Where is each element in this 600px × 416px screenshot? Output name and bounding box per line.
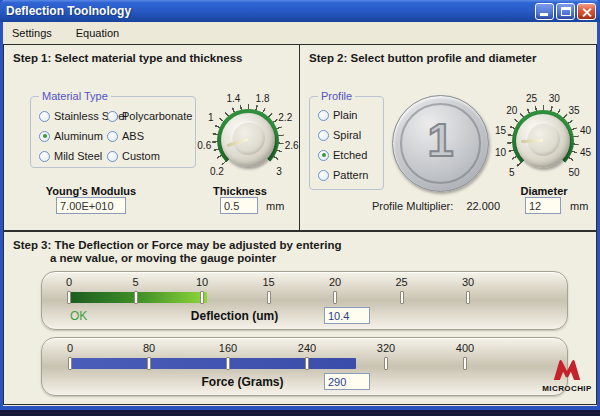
microchip-m-icon: [552, 359, 582, 381]
gauge-tick-label: 0: [67, 342, 73, 354]
step2-panel: Step 2: Select button profile and diamet…: [299, 44, 597, 231]
maximize-icon: [561, 7, 571, 16]
minimize-icon: [540, 13, 548, 16]
gauge-tick-label: 160: [219, 342, 237, 354]
radio-pattern[interactable]: Pattern: [318, 169, 368, 181]
gauge-tick-label: 320: [377, 342, 395, 354]
knob-scale-label: 50: [569, 167, 580, 178]
radio-icon: [107, 151, 118, 162]
radio-aluminum[interactable]: Aluminum: [39, 130, 103, 142]
diameter-input[interactable]: [525, 197, 561, 214]
step1-header: Step 1: Select material type and thickne…: [13, 52, 242, 64]
gauge-tick-label: 30: [462, 276, 474, 288]
menu-equation[interactable]: Equation: [76, 27, 119, 39]
radio-polycarbonate[interactable]: Polycarbonate: [107, 110, 192, 122]
knob-scale-label: 0.6: [197, 139, 211, 150]
radio-custom[interactable]: Custom: [107, 150, 160, 162]
knob-scale-label: 5: [509, 167, 515, 178]
knob-scale-label: 10: [495, 147, 506, 158]
deflection-bar[interactable]: [69, 292, 207, 303]
diameter-label: Diameter: [504, 185, 584, 197]
diameter-unit: mm: [570, 200, 588, 212]
youngs-modulus-label: Young's Modulus: [31, 185, 151, 197]
thickness-knob[interactable]: 0.20.611.41.82.22.63: [198, 90, 298, 190]
step3-panel: Step 3: The Deflection or Force may be a…: [3, 231, 597, 405]
gauge-tick-mark: [267, 291, 271, 304]
thickness-unit: mm: [266, 200, 284, 212]
knob-scale-label: 35: [569, 104, 580, 115]
knob-scale-label: 1.8: [256, 93, 270, 104]
knob-scale-label: 15: [495, 124, 506, 135]
knob-scale-label: 1.4: [227, 93, 241, 104]
button-number: 1: [393, 112, 488, 167]
force-gauge-label: Force (Grams): [170, 375, 315, 389]
radio-icon: [107, 131, 118, 142]
material-type-group: Material Type Stainless Steel Polycarbon…: [30, 96, 196, 168]
youngs-modulus-input[interactable]: [56, 197, 126, 214]
thickness-label: Thickness: [200, 185, 280, 197]
gauge-tick-label: 80: [143, 342, 155, 354]
window-controls: [533, 3, 596, 20]
knob-scale-label: 20: [506, 104, 517, 115]
gauge-tick-label: 10: [196, 276, 208, 288]
gauge-tick-label: 15: [262, 276, 274, 288]
step3-header-line1: Step 3: The Deflection or Force may be a…: [13, 239, 341, 251]
minimize-button[interactable]: [535, 3, 554, 20]
close-button[interactable]: [577, 3, 596, 20]
gauge-tick-label: 5: [132, 276, 138, 288]
deflection-gauge-label: Deflection (um): [162, 309, 307, 323]
maximize-button[interactable]: [556, 3, 575, 20]
gauge-tick-mark: [384, 357, 388, 370]
menu-settings[interactable]: Settings: [12, 27, 52, 39]
deflection-gauge[interactable]: OK Deflection (um) 051015202530: [41, 271, 568, 330]
gauge-tick-label: 400: [456, 342, 474, 354]
deflection-input[interactable]: [324, 307, 370, 324]
profile-multiplier-label: Profile Multiplier:: [372, 200, 453, 212]
radio-plain[interactable]: Plain: [318, 109, 357, 121]
gauge-tick-mark: [466, 291, 470, 304]
gauge-tick-mark: [463, 357, 467, 370]
radio-icon: [318, 170, 329, 181]
profile-multiplier-value: 22.000: [466, 200, 500, 212]
title-bar: Deflection Toolnology: [0, 0, 600, 22]
taskbar-sliver: [0, 410, 600, 416]
force-gauge[interactable]: Force (Grams) 080160240320400: [41, 337, 568, 396]
knob-scale-label: 40: [580, 124, 591, 135]
radio-abs[interactable]: ABS: [107, 130, 144, 142]
knob-scale-label: 25: [526, 93, 537, 104]
material-type-group-label: Material Type: [39, 90, 111, 102]
knob-scale-label: 2.6: [285, 139, 299, 150]
knob-scale-label: 2.2: [278, 111, 292, 122]
knob-scale-label: 1: [208, 111, 214, 122]
diameter-knob[interactable]: 5101520253035404550: [493, 91, 593, 191]
step2-header: Step 2: Select button profile and diamet…: [309, 52, 536, 64]
knob-scale-label: 3: [276, 166, 282, 177]
radio-icon: [39, 131, 50, 142]
profile-group: Profile Plain Spiral Etched Pattern: [309, 96, 384, 190]
menu-bar: Settings Equation: [3, 22, 597, 44]
thickness-input[interactable]: [220, 197, 258, 214]
button-preview: 1: [392, 95, 489, 192]
gauge-tick-label: 240: [298, 342, 316, 354]
force-input[interactable]: [324, 373, 370, 390]
gauge-tick-mark: [147, 357, 151, 370]
gauge-tick-label: 20: [329, 276, 341, 288]
deflection-status: OK: [70, 309, 87, 323]
window-title: Deflection Toolnology: [6, 4, 533, 18]
profile-group-label: Profile: [318, 90, 355, 102]
radio-spiral[interactable]: Spiral: [318, 129, 361, 141]
radio-icon: [107, 111, 118, 122]
gauge-tick-label: 0: [66, 276, 72, 288]
radio-mild-steel[interactable]: Mild Steel: [39, 150, 102, 162]
radio-icon: [318, 110, 329, 121]
radio-etched[interactable]: Etched: [318, 149, 367, 161]
app-window: Deflection Toolnology Settings Equation …: [0, 0, 600, 416]
profile-multiplier: Profile Multiplier: 22.000: [372, 200, 500, 212]
gauge-tick-mark: [333, 291, 337, 304]
knob-scale-label: 30: [549, 93, 560, 104]
gauge-tick-mark: [68, 357, 72, 370]
microchip-wordmark: MICROCHIP: [538, 384, 596, 393]
gauge-tick-label: 25: [395, 276, 407, 288]
gauge-tick-mark: [200, 291, 204, 304]
force-bar[interactable]: [70, 358, 356, 369]
